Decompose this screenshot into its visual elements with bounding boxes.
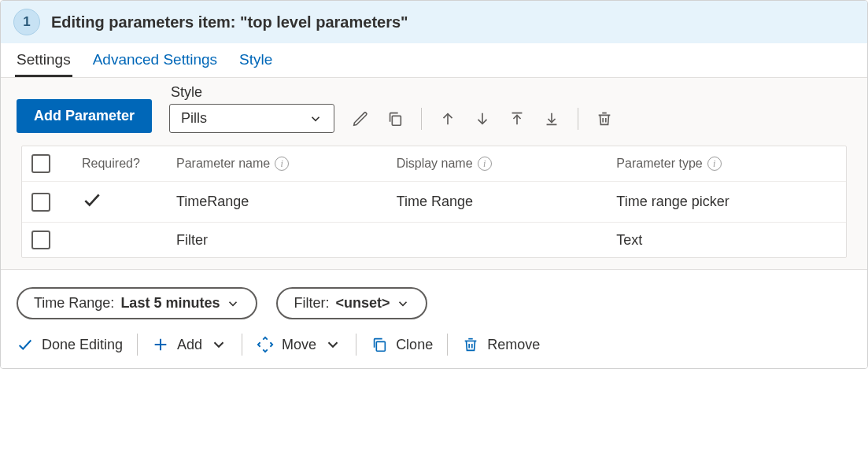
add-parameter-button[interactable]: Add Parameter — [17, 99, 152, 133]
tab-style[interactable]: Style — [238, 43, 274, 77]
col-parameter-name: Parameter namei — [176, 157, 397, 171]
param-name-cell: Filter — [176, 232, 397, 249]
chevron-down-icon — [324, 336, 342, 353]
editor-body: Add Parameter Style Pills — [1, 78, 867, 270]
svg-rect-0 — [392, 116, 401, 125]
parameters-table: Required? Parameter namei Display namei … — [21, 146, 847, 258]
add-button[interactable]: Add — [152, 336, 227, 353]
icon-actions — [352, 108, 613, 133]
step-badge: 1 — [13, 9, 40, 35]
copy-icon — [371, 336, 388, 353]
col-parameter-type: Parameter typei — [616, 157, 837, 171]
chevron-down-icon — [396, 297, 410, 311]
move-button[interactable]: Move — [257, 336, 342, 353]
remove-button[interactable]: Remove — [462, 336, 540, 353]
tabs-bar: Settings Advanced Settings Style — [1, 43, 867, 78]
style-select[interactable]: Pills — [169, 104, 334, 133]
move-to-top-icon[interactable] — [508, 110, 526, 127]
arrow-up-icon[interactable] — [439, 110, 456, 127]
param-name-cell: TimeRange — [176, 194, 397, 210]
clone-button[interactable]: Clone — [371, 336, 433, 353]
separator — [447, 334, 448, 356]
separator — [137, 334, 138, 356]
check-icon — [17, 336, 34, 353]
table-row[interactable]: Filter Text — [22, 223, 846, 257]
table-header-row: Required? Parameter namei Display namei … — [22, 146, 846, 182]
separator — [578, 108, 578, 130]
separator — [242, 334, 242, 356]
parameters-editor: 1 Editing parameters item: "top level pa… — [0, 0, 868, 369]
edit-icon[interactable] — [352, 110, 369, 127]
col-display-name: Display namei — [397, 157, 617, 171]
time-range-pill[interactable]: Time Range: Last 5 minutes — [17, 287, 257, 319]
tab-settings[interactable]: Settings — [15, 43, 72, 77]
table-row[interactable]: TimeRange Time Range Time range picker — [22, 182, 846, 223]
info-icon[interactable]: i — [478, 157, 492, 171]
row-checkbox[interactable] — [31, 193, 50, 212]
parameters-preview: Time Range: Last 5 minutes Filter: <unse… — [1, 270, 867, 323]
copy-icon[interactable] — [386, 110, 404, 127]
delete-icon[interactable] — [596, 110, 613, 127]
move-icon — [257, 336, 274, 353]
info-icon[interactable]: i — [707, 157, 722, 171]
toolbar: Add Parameter Style Pills — [17, 84, 851, 133]
editor-header: 1 Editing parameters item: "top level pa… — [1, 1, 867, 43]
select-all-checkbox[interactable] — [31, 154, 50, 173]
svg-rect-11 — [376, 341, 385, 351]
arrow-down-icon[interactable] — [474, 110, 491, 127]
style-field: Style Pills — [169, 84, 334, 133]
style-label: Style — [169, 84, 334, 101]
separator — [356, 334, 356, 356]
check-icon — [82, 190, 102, 210]
trash-icon — [462, 336, 479, 353]
info-icon[interactable]: i — [275, 157, 289, 171]
chevron-down-icon — [308, 112, 323, 126]
col-required: Required? — [82, 157, 176, 171]
style-select-value: Pills — [181, 110, 207, 127]
bottom-toolbar: Done Editing Add Move Clone Remove — [1, 323, 867, 368]
tab-advanced-settings[interactable]: Advanced Settings — [91, 43, 219, 77]
editor-title: Editing parameters item: "top level para… — [51, 13, 408, 31]
param-type-cell: Time range picker — [616, 194, 837, 210]
separator — [421, 108, 422, 130]
row-checkbox[interactable] — [31, 231, 50, 249]
chevron-down-icon — [210, 336, 227, 353]
move-to-bottom-icon[interactable] — [543, 110, 560, 127]
chevron-down-icon — [226, 297, 240, 311]
required-cell — [82, 190, 176, 214]
display-name-cell: Time Range — [397, 194, 617, 210]
filter-pill[interactable]: Filter: <unset> — [276, 287, 427, 319]
done-editing-button[interactable]: Done Editing — [17, 336, 123, 353]
param-type-cell: Text — [616, 232, 837, 249]
plus-icon — [152, 336, 169, 353]
